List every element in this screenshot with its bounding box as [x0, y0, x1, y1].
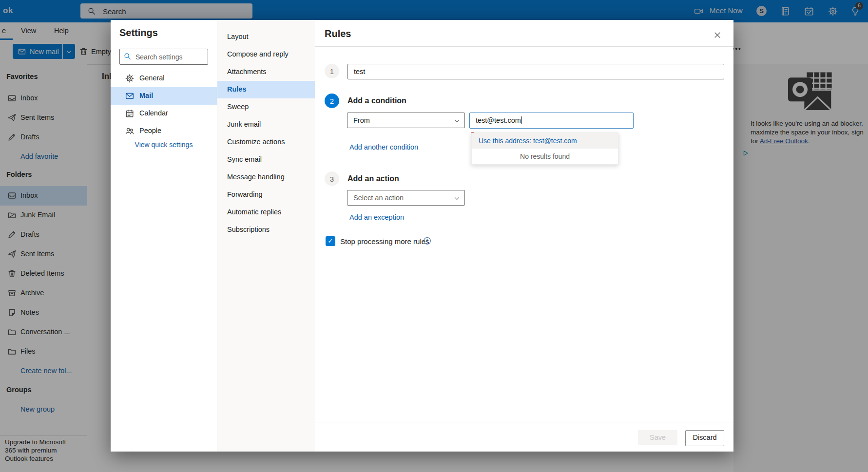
- stop-processing-label: Stop processing more rules: [340, 237, 429, 245]
- chevron-down-icon: [454, 118, 460, 124]
- category-customize-actions[interactable]: Customize actions: [217, 133, 315, 151]
- mail-envelope-icon: [125, 92, 134, 100]
- step3-badge: 3: [325, 171, 339, 186]
- close-dialog-button[interactable]: [710, 27, 725, 43]
- add-action-heading: Add an action: [347, 174, 399, 183]
- category-attachments[interactable]: Attachments: [217, 63, 315, 81]
- step2-badge: 2: [325, 94, 339, 108]
- footer-divider: [315, 422, 733, 422]
- save-button[interactable]: Save: [638, 430, 677, 445]
- settings-search[interactable]: [119, 49, 208, 65]
- close-icon: [714, 32, 721, 38]
- calendar-icon: [125, 109, 134, 118]
- category-subscriptions[interactable]: Subscriptions: [217, 221, 315, 239]
- gear-icon: [125, 74, 134, 83]
- text-caret: [521, 116, 522, 124]
- info-icon[interactable]: [423, 237, 431, 245]
- rules-detail-panel: Rules 1 test 2 Add a condition From test…: [315, 20, 733, 452]
- add-exception-link[interactable]: Add an exception: [349, 213, 404, 221]
- step1-badge: 1: [325, 64, 339, 78]
- use-this-address-option[interactable]: Use this address: test@test.com: [472, 133, 618, 149]
- condition-type-select[interactable]: From: [347, 113, 465, 128]
- stop-processing-checkbox[interactable]: ✓: [326, 236, 335, 246]
- category-layout[interactable]: Layout: [217, 28, 315, 46]
- settings-dialog: Settings General Mail Calendar People: [111, 20, 733, 452]
- category-junk-email[interactable]: Junk email: [217, 116, 315, 133]
- condition-value-input[interactable]: test@test.com: [469, 113, 634, 129]
- add-another-condition-link[interactable]: Add another condition: [349, 143, 418, 151]
- outlook-app: ok Meet Now S 6 e View Help New mail Emp…: [0, 0, 868, 472]
- rules-panel-title: Rules: [325, 28, 351, 39]
- settings-nav-column: Settings General Mail Calendar People: [111, 20, 217, 452]
- settings-search-input[interactable]: [135, 49, 207, 64]
- category-sync-email[interactable]: Sync email: [217, 151, 315, 169]
- category-forwarding[interactable]: Forwarding: [217, 186, 315, 204]
- rule-name-input[interactable]: test: [347, 64, 724, 79]
- category-message-handling[interactable]: Message handling: [217, 169, 315, 186]
- people-icon: [125, 127, 134, 135]
- category-sweep[interactable]: Sweep: [217, 98, 315, 116]
- action-select[interactable]: Select an action: [347, 190, 465, 206]
- settings-category-column: Layout Compose and reply Attachments Rul…: [217, 20, 315, 452]
- view-quick-settings-link[interactable]: View quick settings: [111, 141, 217, 149]
- category-compose-and-reply[interactable]: Compose and reply: [217, 46, 315, 63]
- settings-title: Settings: [119, 27, 158, 38]
- chevron-down-icon: [454, 195, 460, 202]
- settings-nav-people[interactable]: People: [111, 122, 217, 140]
- no-results-message: No results found: [472, 149, 618, 164]
- add-condition-heading: Add a condition: [347, 96, 406, 105]
- address-suggestion-dropdown: Use this address: test@test.com No resul…: [471, 132, 618, 165]
- category-automatic-replies[interactable]: Automatic replies: [217, 204, 315, 221]
- settings-nav-general[interactable]: General: [111, 70, 217, 87]
- category-rules-selected[interactable]: Rules: [217, 81, 315, 98]
- search-icon: [124, 53, 131, 60]
- settings-nav-calendar[interactable]: Calendar: [111, 105, 217, 122]
- discard-button[interactable]: Discard: [685, 430, 724, 446]
- header-divider: [315, 46, 733, 47]
- settings-nav-mail-selected[interactable]: Mail: [111, 87, 217, 105]
